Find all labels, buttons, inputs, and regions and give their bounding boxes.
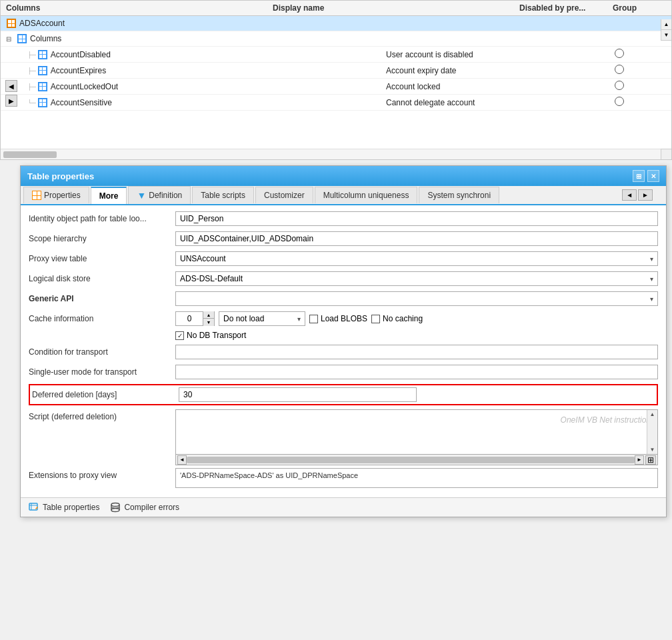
deferred-deletion-label: Deferred deletion [days] [32,390,179,399]
proxy-view-row: Proxy view table UNSAccount ▾ [29,251,658,267]
no-db-transport-label: No DB Transport [187,331,246,340]
scope-hierarchy-row: Scope hierarchy [29,231,658,247]
no-db-transport-checkbox[interactable] [175,331,184,340]
hscroll-thumb[interactable] [187,457,635,463]
script-scroll-down[interactable]: ▼ [650,447,655,453]
tree-row[interactable]: ├─ AccountExpires Account expiry date [1,63,671,79]
svg-point-3 [111,503,119,507]
scroll-corner [661,149,671,159]
scope-hierarchy-input[interactable] [175,231,658,246]
pin-button[interactable]: ⊞ [633,170,645,182]
cache-spinner-input[interactable] [176,313,203,325]
deferred-deletion-control [179,387,655,402]
script-control: OneIM VB Net instruction ▲ ▼ ◄ ► ⊞ [175,409,658,465]
extensions-row: Extensions to proxy view 'ADS-DPRNameSpa… [29,468,658,488]
condition-transport-row: Condition for transport [29,344,658,360]
script-row: Script (deferred deletion) OneIM VB Net … [29,409,658,465]
single-user-input[interactable] [175,365,658,379]
folder-icon [17,33,27,44]
extensions-control: 'ADS-DPRNameSpace-ADS' as UID_DPRNameSpa… [175,468,658,488]
spinner-down-btn[interactable]: ▼ [203,319,214,326]
script-vscrollbar[interactable]: ▲ ▼ [647,410,657,454]
hscroll-left-btn[interactable]: ◄ [177,455,187,465]
table-properties-dialog: Table properties ⊞ ✕ Properties More ▼ D… [20,165,667,517]
tree-label: AccountLockedOut [51,82,386,91]
col-display-name: Display name [273,3,519,13]
generic-api-label: Generic API [29,294,175,303]
titlebar-buttons: ⊞ ✕ [633,170,659,182]
compiler-errors-btn[interactable]: Compiler errors [110,502,179,513]
vertical-scrollbar[interactable]: ▲ ▼ [661,19,671,41]
chevron-down-icon: ▾ [650,255,653,263]
scope-hierarchy-label: Scope hierarchy [29,234,175,243]
extensions-value: 'ADS-DPRNameSpace-ADS' as UID_DPRNameSpa… [180,471,358,479]
deferred-deletion-input[interactable] [179,387,417,402]
load-blobs-checkbox[interactable] [309,315,318,323]
script-placeholder: OneIM VB Net instruction [561,415,651,425]
horizontal-scrollbar[interactable] [1,149,661,159]
logical-disk-dropdown[interactable]: ADS-DSL-Default ▾ [175,271,658,286]
logical-disk-row: Logical disk store ADS-DSL-Default ▾ [29,271,658,287]
tree-label: AccountSensitive [51,98,386,107]
extensions-area[interactable]: 'ADS-DPRNameSpace-ADS' as UID_DPRNameSpa… [175,468,658,488]
tab-customizer[interactable]: Customizer [255,187,313,203]
identity-object-control [175,211,658,226]
scroll-thumb[interactable] [3,151,57,158]
tree-row[interactable]: ├─ AccountDisabled User account is disab… [1,47,671,63]
tab-syssync[interactable]: System synchroni [419,187,499,203]
table-icon [6,18,17,29]
identity-object-input[interactable] [175,211,658,226]
tab-multicolumn[interactable]: Multicolumn uniqueness [315,187,418,203]
tab-prev-btn[interactable]: ◄ [622,189,637,201]
scroll-down-btn[interactable]: ▼ [661,30,672,41]
tab-more[interactable]: More [91,187,127,204]
no-caching-item: No caching [371,314,423,323]
close-button[interactable]: ✕ [647,170,659,182]
single-user-control [175,365,658,379]
hscroll-right-btn[interactable]: ► [635,455,644,465]
cache-mode-dropdown[interactable]: Do not load ▾ [219,311,305,326]
tree-row[interactable]: ADSAccount [1,16,671,31]
scope-hierarchy-control [175,231,658,246]
tree-disabled-radio[interactable] [573,81,666,92]
tab-definition[interactable]: ▼ Definition [128,186,191,204]
generic-api-dropdown[interactable]: ▾ [175,291,658,306]
cache-info-control: ▲ ▼ Do not load ▾ Load BLOBS No c [175,311,658,326]
script-scroll-up[interactable]: ▲ [650,411,655,417]
script-area: OneIM VB Net instruction ▲ ▼ [175,409,658,455]
col-disabled: Disabled by pre... [519,3,613,13]
tree-display-name: User account is disabled [386,50,573,59]
proxy-view-dropdown[interactable]: UNSAccount ▾ [175,251,658,266]
extensions-label: Extensions to proxy view [29,468,175,480]
form-content: Identity object path for table loo... Sc… [21,205,666,497]
tabs-bar: Properties More ▼ Definition Table scrip… [21,186,666,205]
scroll-up-btn[interactable]: ▲ [661,19,672,30]
nav-up-btn[interactable]: ◀ [5,80,17,92]
tree-row[interactable]: └─ AccountSensitive Cannot delegate acco… [1,95,671,111]
tree-disabled-radio[interactable] [573,49,666,60]
scroll-corner-btn[interactable]: ⊞ [645,455,656,465]
no-caching-checkbox[interactable] [371,315,380,323]
script-hscrollbar: ◄ ► ⊞ [175,455,658,465]
edit-icon [29,502,39,513]
spinner-up-btn[interactable]: ▲ [203,311,214,319]
tree-label: Columns [30,34,666,43]
tree-row[interactable]: ⊟ Columns [1,31,671,47]
condition-transport-input[interactable] [175,345,658,359]
condition-transport-label: Condition for transport [29,347,175,357]
proxy-view-value: UNSAccount [180,254,226,263]
identity-object-label: Identity object path for table loo... [29,214,175,223]
table-properties-btn[interactable]: Table properties [29,502,99,513]
tree-disabled-radio[interactable] [573,65,666,76]
tab-tablescripts[interactable]: Table scripts [192,187,254,203]
tab-next-btn[interactable]: ► [638,189,653,201]
col-group: Group [613,3,666,13]
tree-header: Columns Display name Disabled by pre... … [1,1,671,16]
tree-display-name: Account expiry date [386,66,573,75]
table-properties-label: Table properties [43,503,99,512]
cache-info-label: Cache information [29,314,175,323]
tree-disabled-radio[interactable] [573,97,666,108]
nav-down-btn[interactable]: ▶ [5,95,17,107]
tree-row[interactable]: ├─ AccountLockedOut Account locked [1,79,671,95]
tab-properties[interactable]: Properties [23,187,89,203]
